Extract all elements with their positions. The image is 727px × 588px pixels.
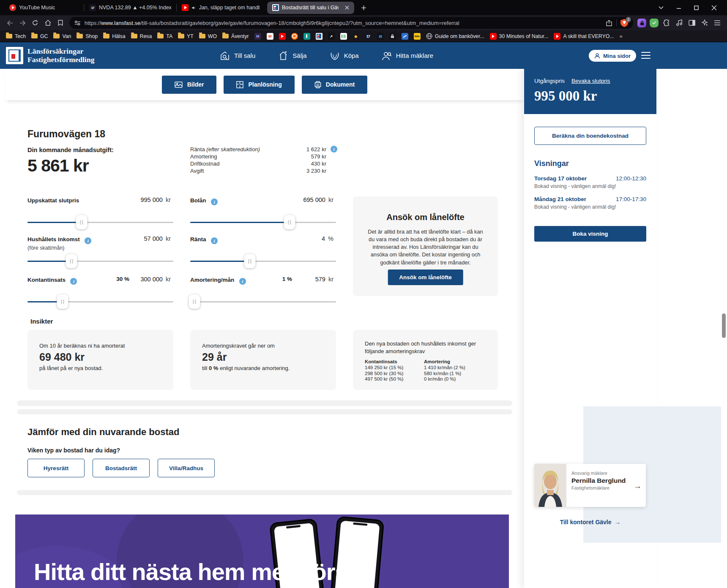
maximize-icon[interactable] — [694, 5, 699, 10]
broadcast-bookmark-icon[interactable] — [377, 33, 384, 40]
mina-sidor-button[interactable]: Mina sidor — [589, 50, 636, 62]
info-icon[interactable] — [211, 237, 218, 244]
audio-playing-icon[interactable] — [191, 5, 196, 11]
nav-salja[interactable]: Sälja — [278, 51, 306, 60]
bookmark-folder-ta[interactable]: TA — [157, 33, 172, 39]
shield-extension-icon[interactable]: 2 — [620, 19, 628, 27]
site-menu-hamburger-icon[interactable] — [641, 52, 650, 61]
bookmark-folder-aventyr[interactable]: Äventyr — [222, 33, 249, 39]
slider-handle[interactable] — [57, 294, 68, 309]
new-tab-button[interactable] — [361, 5, 366, 11]
music-note-icon[interactable] — [673, 17, 686, 29]
option-hyresratt[interactable]: Hyresrätt — [27, 459, 85, 477]
info-icon[interactable] — [331, 146, 337, 152]
url-bar[interactable]: https://www.lansfast.se/till-salu/bostad… — [69, 17, 633, 29]
insight-card-table: Den nya bostaden och hushållets inkomst … — [353, 330, 498, 390]
lansforsakringar-logo[interactable] — [6, 47, 23, 64]
bookmark-folder-gc[interactable]: GC — [31, 33, 48, 39]
close-window-icon[interactable] — [711, 5, 717, 11]
book-viewing-button[interactable]: Boka visning — [534, 226, 646, 242]
ai-sparkle-icon[interactable] — [698, 17, 711, 29]
nav-kopa[interactable]: Köpa — [330, 51, 359, 60]
watch-price-link[interactable]: Bevaka slutpris — [571, 78, 610, 84]
scrollbar-thumb[interactable] — [722, 313, 726, 338]
forward-icon[interactable] — [16, 17, 29, 29]
nav-till-salu[interactable]: Till salu — [220, 51, 255, 60]
permissions-icon[interactable] — [74, 20, 81, 26]
bookmark-folder-yt[interactable]: YT — [178, 33, 194, 39]
youtube-music-icon — [9, 4, 16, 11]
bookmark-youtube-video-2[interactable]: A skill that EVERYO... — [554, 33, 614, 40]
info-icon[interactable] — [211, 199, 218, 205]
gmail-bookmark-icon[interactable] — [267, 33, 273, 40]
extensions-puzzle-icon[interactable] — [660, 17, 673, 29]
bookmark-folder-van[interactable]: Van — [53, 33, 71, 39]
brand-name[interactable]: Länsförsäkringar Fastighetsförmedling — [27, 47, 94, 64]
slider-handle[interactable] — [189, 294, 200, 309]
office-link[interactable]: Till kontoret Gävle → — [524, 519, 656, 525]
bookmark-folder-shop[interactable]: Shop — [77, 33, 98, 39]
lansfast-bookmark-icon[interactable] — [316, 33, 323, 40]
folder-icon — [31, 34, 38, 38]
stock-bars-bookmark-icon[interactable] — [340, 33, 347, 40]
lock-bookmark-icon[interactable] — [389, 33, 396, 40]
slider-kontantinsats: Kontantinsats 30 % 300 000kr — [27, 275, 173, 314]
chart-bookmark-icon[interactable] — [328, 33, 335, 40]
loan-offer-button[interactable]: Ansök om lånelöfte — [388, 270, 463, 285]
tab-lansfast-active[interactable]: Bostadsrätt till salu i Gävle - Fu — [267, 2, 354, 14]
tab-close-icon[interactable] — [345, 5, 349, 10]
binance-bookmark-icon[interactable] — [353, 33, 359, 40]
teal-bookmark-icon[interactable] — [303, 33, 310, 40]
agent-card[interactable]: Ansvarig mäklare Pernilla Berglund Fasti… — [534, 464, 646, 507]
bookmark-youtube-video-1[interactable]: 30 Minutes of Natur... — [490, 33, 549, 40]
bookmark-guide[interactable]: Guide om banköver... — [426, 33, 484, 39]
slider-handle[interactable] — [284, 215, 295, 229]
bookmark-icon[interactable] — [54, 17, 67, 29]
window-controls — [659, 5, 723, 11]
arrow-right-icon[interactable]: → — [634, 482, 642, 491]
sidebar-toggle-icon[interactable] — [686, 17, 698, 29]
option-villa-radhus[interactable]: Villa/Radhus — [158, 459, 215, 477]
imdb-bookmark-icon[interactable] — [414, 33, 421, 40]
monthly-cost-value: 5 861 kr — [27, 156, 89, 176]
reload-icon[interactable] — [29, 17, 41, 29]
bookmark-folder-wo[interactable]: WO — [199, 33, 217, 39]
dokument-button[interactable]: Dokument — [302, 76, 367, 94]
password-extension-icon[interactable] — [637, 19, 646, 27]
bookmark-folder-resa[interactable]: Resa — [131, 33, 152, 39]
slider-handle[interactable] — [244, 254, 256, 268]
promo-banner[interactable]: Hitta ditt nästa hem med först — [15, 514, 509, 588]
bookmark-folder-halsa[interactable]: Hälsa — [103, 33, 125, 39]
tradingview-bookmark-icon[interactable] — [365, 33, 372, 40]
tab-list-icon[interactable] — [659, 6, 664, 9]
slider-handle[interactable] — [66, 254, 77, 268]
bilder-button[interactable]: Bilder — [162, 76, 217, 94]
gallery-toolbar: Bilder Planlösning Dokument — [5, 69, 524, 100]
bookmark-folder-tech[interactable]: Tech — [6, 33, 26, 39]
house-search-icon — [220, 51, 230, 60]
slider-handle[interactable] — [76, 215, 87, 229]
loan-offer-title: Ansök om lånelöfte — [366, 212, 485, 222]
tab-tradingview[interactable]: NVDA 132.89 ▲ +4.05% Index — [84, 0, 176, 15]
youtube-bookmark-icon[interactable] — [279, 33, 286, 40]
nav-hitta-maklare[interactable]: Hitta mäklare — [382, 51, 433, 60]
tab-youtube-video[interactable]: Jan, släpp taget om handbroms — [177, 0, 265, 15]
planlosning-button[interactable]: Planlösning — [224, 76, 294, 94]
info-icon[interactable] — [239, 278, 246, 285]
minimize-icon[interactable] — [676, 5, 681, 10]
bookmarks-overflow-chevron[interactable]: » — [620, 33, 623, 39]
flight-bookmark-icon[interactable] — [402, 33, 408, 40]
share-icon[interactable] — [606, 20, 612, 26]
orange-circle-bookmark-icon[interactable] — [291, 33, 298, 40]
menu-hamburger-icon[interactable] — [711, 17, 724, 29]
calc-housing-cost-button[interactable]: Beräkna din boendekostnad — [534, 127, 646, 145]
adguard-extension-icon[interactable] — [650, 19, 659, 27]
tradingview-icon — [89, 4, 96, 11]
option-bostadsratt[interactable]: Bostadsrätt — [93, 459, 150, 477]
info-icon[interactable] — [70, 278, 77, 285]
info-icon[interactable] — [85, 237, 91, 244]
back-icon[interactable] — [3, 17, 16, 29]
tab-youtube-music[interactable]: YouTube Music — [4, 0, 84, 15]
proton-mail-bookmark-icon[interactable] — [254, 33, 261, 40]
home-icon[interactable] — [41, 17, 54, 29]
